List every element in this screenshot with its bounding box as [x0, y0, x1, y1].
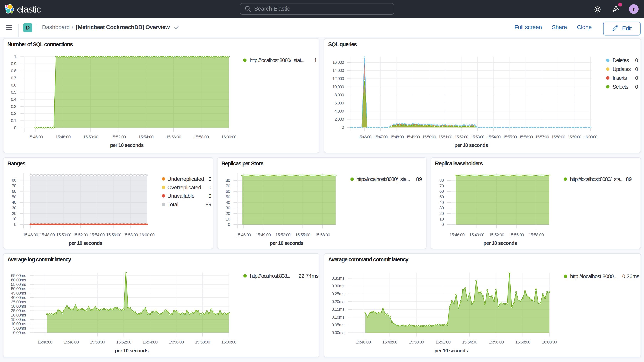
- svg-text:20.00ms: 20.00ms: [11, 313, 26, 318]
- svg-text:15:55:00: 15:55:00: [509, 232, 524, 237]
- svg-text:http://localhost:808...: http://localhost:808...: [250, 273, 290, 279]
- svg-text:70: 70: [12, 183, 16, 188]
- svg-text:89: 89: [206, 202, 211, 208]
- svg-text:20: 20: [226, 211, 230, 216]
- svg-text:15.00ms: 15.00ms: [11, 317, 26, 322]
- svg-text:15:50:00: 15:50:00: [90, 340, 105, 344]
- svg-text:0: 0: [635, 75, 638, 81]
- svg-text:15:54:00: 15:54:00: [142, 340, 158, 344]
- svg-text:15:54:00: 15:54:00: [90, 232, 104, 237]
- svg-text:30: 30: [226, 206, 230, 210]
- svg-text:0: 0: [635, 84, 638, 90]
- svg-text:40: 40: [226, 200, 230, 205]
- svg-text:Total: Total: [167, 202, 178, 208]
- svg-text:50: 50: [12, 194, 16, 199]
- svg-text:0.26ms: 0.26ms: [622, 273, 639, 279]
- svg-text:15:52:00: 15:52:00: [73, 232, 88, 237]
- svg-text:0: 0: [208, 184, 211, 190]
- svg-text:30.00ms: 30.00ms: [11, 304, 26, 308]
- svg-text:15:54:00: 15:54:00: [138, 134, 154, 139]
- svg-text:0: 0: [635, 66, 638, 72]
- svg-text:15:50:00: 15:50:00: [83, 134, 98, 139]
- svg-text:35.00ms: 35.00ms: [11, 300, 26, 304]
- svg-text:15:48:00: 15:48:00: [64, 340, 79, 344]
- svg-text:0.1: 0.1: [11, 118, 16, 123]
- svg-text:0.35ms: 0.35ms: [332, 276, 344, 281]
- svg-text:per 10 seconds: per 10 seconds: [454, 142, 488, 148]
- svg-text:16:00:00: 16:00:00: [140, 232, 154, 237]
- svg-text:30: 30: [440, 206, 444, 210]
- svg-text:45.00ms: 45.00ms: [11, 291, 26, 296]
- svg-text:10: 10: [440, 217, 444, 222]
- svg-text:0: 0: [442, 222, 444, 227]
- svg-text:15:46:00: 15:46:00: [356, 340, 371, 344]
- svg-text:15:48:00: 15:48:00: [56, 134, 70, 139]
- svg-text:15:50:00: 15:50:00: [56, 232, 71, 237]
- svg-text:0.8: 0.8: [11, 68, 16, 73]
- svg-text:15:50:00: 15:50:00: [409, 340, 424, 344]
- svg-text:40: 40: [440, 200, 444, 205]
- svg-text:0: 0: [208, 176, 211, 182]
- svg-text:15:53:00: 15:53:00: [471, 134, 484, 139]
- svg-text:15:52:00: 15:52:00: [489, 232, 504, 237]
- svg-text:0.00ms: 0.00ms: [13, 330, 26, 335]
- svg-text:15:52:00: 15:52:00: [436, 340, 450, 344]
- svg-text:40.00ms: 40.00ms: [11, 295, 26, 300]
- svg-text:15:48:00: 15:48:00: [382, 340, 398, 344]
- svg-text:25.00ms: 25.00ms: [11, 308, 26, 313]
- svg-text:15:52:00: 15:52:00: [275, 232, 290, 237]
- svg-text:0.25ms: 0.25ms: [332, 292, 344, 296]
- svg-text:15:58:00: 15:58:00: [515, 340, 530, 344]
- svg-text:0: 0: [342, 125, 344, 130]
- svg-text:15:56:00: 15:56:00: [169, 340, 184, 344]
- svg-text:10.00ms: 10.00ms: [11, 321, 26, 326]
- svg-text:0.9: 0.9: [11, 61, 16, 66]
- svg-text:0.30ms: 0.30ms: [332, 284, 344, 288]
- svg-text:22.74ms: 22.74ms: [298, 273, 318, 279]
- svg-text:80: 80: [12, 178, 16, 182]
- svg-text:15:46:00: 15:46:00: [236, 232, 251, 237]
- svg-text:per 10 seconds: per 10 seconds: [270, 240, 304, 246]
- svg-text:60: 60: [12, 189, 16, 194]
- svg-text:Updates: Updates: [612, 66, 631, 72]
- svg-text:55.00ms: 55.00ms: [11, 282, 26, 287]
- svg-text:Selects: Selects: [612, 84, 628, 90]
- svg-text:15:57:00: 15:57:00: [535, 134, 549, 139]
- svg-text:15:46:00: 15:46:00: [38, 340, 52, 344]
- svg-text:15:48:00: 15:48:00: [40, 232, 55, 237]
- svg-text:0: 0: [635, 57, 638, 63]
- svg-text:15:49:00: 15:49:00: [469, 232, 484, 237]
- svg-text:16:00:00: 16:00:00: [221, 134, 236, 139]
- svg-text:16:00:00: 16:00:00: [221, 340, 236, 344]
- svg-text:15:52:00: 15:52:00: [111, 134, 126, 139]
- svg-text:15:52:00: 15:52:00: [455, 134, 468, 139]
- svg-text:0: 0: [14, 125, 16, 130]
- svg-text:15:56:00: 15:56:00: [519, 134, 533, 139]
- svg-text:15:50:00: 15:50:00: [422, 134, 436, 139]
- svg-text:per 10 seconds: per 10 seconds: [110, 142, 144, 148]
- svg-text:Inserts: Inserts: [612, 75, 627, 81]
- svg-text:40: 40: [12, 200, 16, 205]
- svg-text:per 10 seconds: per 10 seconds: [69, 240, 102, 246]
- svg-text:50: 50: [226, 194, 230, 199]
- svg-text:per 10 seconds: per 10 seconds: [115, 348, 149, 354]
- svg-text:per 10 seconds: per 10 seconds: [484, 240, 517, 246]
- svg-text:15:56:00: 15:56:00: [166, 134, 181, 139]
- svg-text:60: 60: [226, 189, 230, 194]
- svg-text:20: 20: [12, 211, 16, 216]
- svg-text:Deletes: Deletes: [612, 57, 629, 63]
- svg-text:16:00:00: 16:00:00: [584, 134, 597, 139]
- svg-text:2,000: 2,000: [334, 117, 344, 122]
- svg-text:0.10ms: 0.10ms: [332, 315, 344, 320]
- svg-text:15:46:00: 15:46:00: [358, 134, 371, 139]
- svg-text:0.4: 0.4: [11, 97, 16, 102]
- svg-text:65.00ms: 65.00ms: [11, 273, 26, 278]
- svg-text:10,000: 10,000: [332, 84, 344, 89]
- svg-text:50.00ms: 50.00ms: [11, 286, 26, 291]
- svg-text:http://localhost:8080/_sta...: http://localhost:8080/_sta...: [356, 176, 410, 182]
- svg-text:0: 0: [208, 193, 211, 199]
- svg-text:50: 50: [440, 194, 444, 199]
- svg-text:10: 10: [12, 216, 16, 221]
- svg-text:60: 60: [440, 189, 444, 194]
- svg-text:0.7: 0.7: [11, 76, 16, 80]
